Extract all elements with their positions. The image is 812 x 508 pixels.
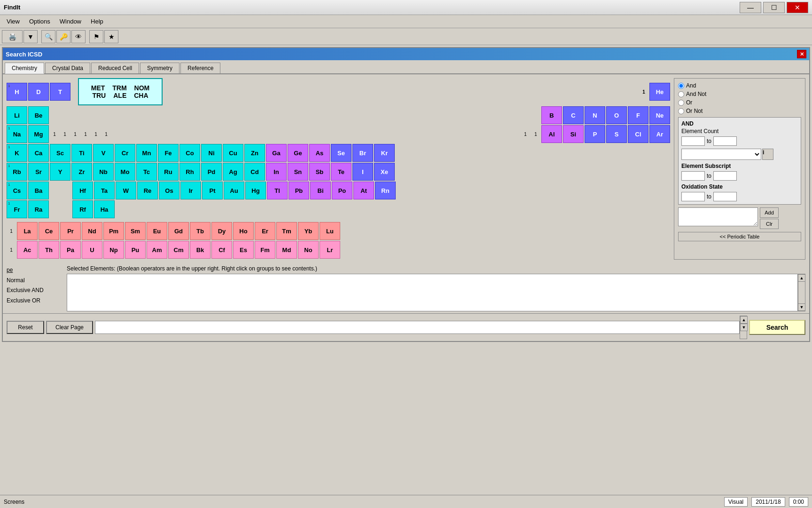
element-Si[interactable]: Si [563,125,584,143]
menu-options[interactable]: Options [24,16,55,27]
element-Sr[interactable]: Sr [28,163,49,181]
element-Hg[interactable]: Hg [245,182,266,199]
radio-or-not[interactable] [678,108,684,114]
element-Xe[interactable]: Xe [374,163,395,181]
element-Sc[interactable]: Sc [50,144,70,162]
element-Ha[interactable]: Ha [94,200,115,218]
oxidation-from[interactable] [681,192,705,201]
element-Te[interactable]: Te [331,163,351,181]
element-Sm[interactable]: Sm [125,222,146,240]
element-Rb[interactable]: 1Rb [7,163,27,181]
element-Ba[interactable]: Ba [28,182,49,199]
element-Mn[interactable]: Mn [136,144,157,162]
element-C[interactable]: C [563,106,584,124]
element-Os[interactable]: Os [159,182,180,199]
toolbar-dropdown[interactable]: ▼ [23,30,38,43]
element-Na[interactable]: 1Na [7,125,27,143]
element-Br[interactable]: Br [352,144,373,162]
element-Zr[interactable]: Zr [71,163,92,181]
element-input-box[interactable] [678,207,758,226]
element-F[interactable]: F [628,106,648,124]
element-At[interactable]: At [353,182,374,199]
add-button[interactable]: Add [760,207,779,218]
toolbar-key[interactable]: 🔑 [56,30,70,43]
window-close-button[interactable]: ✕ [797,50,806,58]
element-N[interactable]: N [585,106,605,124]
tab-crystal-data[interactable]: Crystal Data [45,63,90,73]
element-Bk[interactable]: Bk [190,241,211,259]
subscript-to-input[interactable] [713,171,737,181]
clear-page-button[interactable]: Clear Page [46,321,93,334]
element-Np[interactable]: Np [103,241,124,259]
element-Re[interactable]: Re [137,182,158,199]
element-Ta[interactable]: Ta [94,182,115,199]
tab-reference[interactable]: Reference [180,63,220,73]
element-Dy[interactable]: Dy [211,222,232,240]
element-Cf[interactable]: Cf [211,241,232,259]
element-No[interactable]: No [298,241,319,259]
element-Ga[interactable]: Ga [266,144,287,162]
element-Se[interactable]: Se [331,144,351,162]
oxidation-to-input[interactable] [713,192,737,201]
element-S[interactable]: S [606,125,627,143]
element-B[interactable]: B [541,106,562,124]
element-Rn[interactable]: Rn [375,182,396,199]
element-Ne[interactable]: Ne [649,106,670,124]
element-Lu[interactable]: Lu [320,222,340,240]
menu-window[interactable]: Window [55,16,86,27]
element-I[interactable]: I [352,163,373,181]
close-button[interactable]: ✕ [787,2,808,13]
radio-and-not[interactable] [678,91,684,97]
element-Fe[interactable]: Fe [158,144,179,162]
element-U[interactable]: U [82,241,102,259]
element-Am[interactable]: Am [147,241,167,259]
element-Pm[interactable]: Pm [103,222,124,240]
element-T[interactable]: T [50,83,70,101]
element-K[interactable]: 1K [7,144,27,162]
element-Tc[interactable]: Tc [136,163,157,181]
element-P[interactable]: P [585,125,605,143]
element-Pt[interactable]: Pt [202,182,223,199]
element-Zn[interactable]: Zn [244,144,265,162]
element-Ac[interactable]: Ac [17,241,38,259]
element-O[interactable]: O [606,106,627,124]
element-Md[interactable]: Md [276,241,297,259]
toolbar-print[interactable]: 🖨️ [2,30,23,43]
element-Ag[interactable]: Ag [223,163,243,181]
search-scroll-down[interactable]: ▼ [740,324,748,331]
element-Tl[interactable]: Tl [267,182,288,199]
info-button[interactable]: i [762,149,773,160]
element-V[interactable]: V [93,144,114,162]
radio-or[interactable] [678,100,684,106]
element-Al[interactable]: Al [541,125,562,143]
element-Ti[interactable]: Ti [71,144,92,162]
element-Li[interactable]: Li [7,106,27,124]
element-Pu[interactable]: Pu [125,241,146,259]
menu-help[interactable]: Help [86,16,108,27]
maximize-button[interactable]: ☐ [763,2,785,13]
element-Cr[interactable]: Cr [115,144,135,162]
element-Ar[interactable]: Ar [649,125,670,143]
tab-chemistry[interactable]: Chemistry [5,63,44,74]
element-Tm[interactable]: Tm [276,222,297,240]
element-Co[interactable]: Co [180,144,200,162]
element-Tb[interactable]: Tb [190,222,211,240]
element-Y[interactable]: Y [50,163,70,181]
element-As[interactable]: As [309,144,330,162]
element-count-from[interactable] [681,136,705,146]
element-Bi[interactable]: Bi [310,182,331,199]
element-In[interactable]: In [266,163,287,181]
scroll-up-button[interactable]: ▲ [798,274,805,282]
element-D[interactable]: D [28,83,49,101]
tab-symmetry[interactable]: Symmetry [140,63,180,73]
element-He[interactable]: He [649,83,670,101]
element-Rf[interactable]: Rf [72,200,93,218]
element-Be[interactable]: Be [28,106,49,124]
search-text-input[interactable] [95,321,740,334]
special-box[interactable]: MET TRM NOM TRU ALE CHA [78,78,163,105]
element-Ni[interactable]: Ni [201,144,222,162]
element-Rh[interactable]: Rh [180,163,200,181]
element-Cm[interactable]: Cm [168,241,189,259]
element-count-to-input[interactable] [713,136,737,146]
element-Pd[interactable]: Pd [201,163,222,181]
